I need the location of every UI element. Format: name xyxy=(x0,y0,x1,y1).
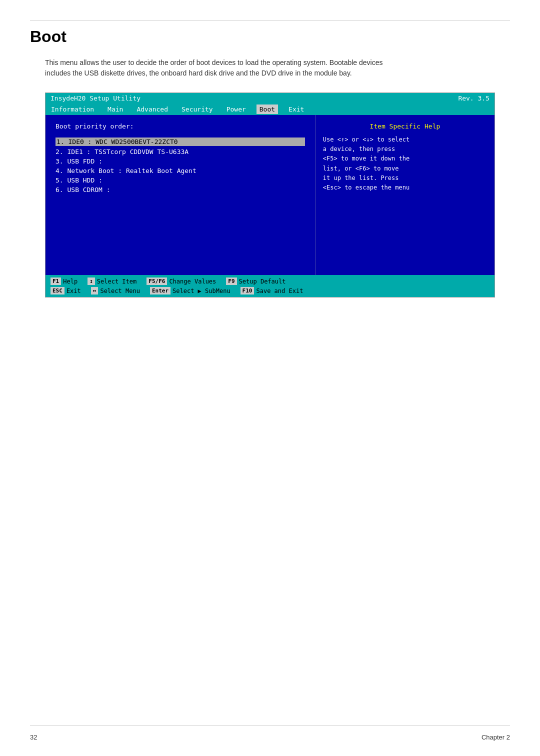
key-f10: F10 xyxy=(240,287,254,294)
nav-information[interactable]: Information xyxy=(48,104,97,114)
description-line1: This menu allows the user to decide the … xyxy=(45,58,383,66)
nav-main[interactable]: Main xyxy=(104,104,126,114)
key-f1: F1 xyxy=(50,278,61,285)
key-arrows: ↕ xyxy=(88,278,95,285)
footer-esc: ESC Exit xyxy=(50,287,81,294)
boot-item-3[interactable]: 4. Network Boot : Realtek Boot Agent xyxy=(56,167,305,174)
bios-footer: F1 Help ↕ Select Item F5/F6 Change Value… xyxy=(46,275,494,297)
bios-nav-bar: Information Main Advanced Security Power… xyxy=(46,104,494,115)
footer-f1: F1 Help xyxy=(50,278,78,285)
help-text: Use <↑> or <↓> to select a device, then … xyxy=(323,135,487,192)
chapter-label: Chapter 2 xyxy=(482,734,510,741)
footer-f10: F10 Save and Exit xyxy=(240,287,304,294)
boot-item-0[interactable]: 1. IDE0 : WDC WD2500BEVT-22ZCT0 xyxy=(56,138,305,146)
footer-arrows: ↕ Select Item xyxy=(88,278,136,285)
bios-title: InsydeH20 Setup Utility xyxy=(50,94,140,102)
label-select-submenu: Select ▶ SubMenu xyxy=(172,288,230,294)
nav-advanced[interactable]: Advanced xyxy=(134,104,171,114)
description: This menu allows the user to decide the … xyxy=(45,58,495,78)
footer-f9: F9 Setup Default xyxy=(226,278,286,285)
footer-enter: Enter Select ▶ SubMenu xyxy=(150,287,230,294)
nav-power[interactable]: Power xyxy=(224,104,249,114)
label-help: Help xyxy=(63,278,78,285)
boot-priority-label: Boot priority order: xyxy=(56,122,305,130)
nav-exit[interactable]: Exit xyxy=(286,104,307,114)
bios-main-content: Boot priority order: 1. IDE0 : WDC WD250… xyxy=(46,115,494,275)
label-select-item: Select Item xyxy=(97,278,136,285)
key-f5f6: F5/F6 xyxy=(146,278,167,285)
label-exit: Exit xyxy=(66,288,81,294)
label-select-menu: Select Menu xyxy=(100,288,140,294)
footer-row-1: F1 Help ↕ Select Item F5/F6 Change Value… xyxy=(50,276,490,286)
bios-right-panel: Item Specific Help Use <↑> or <↓> to sel… xyxy=(315,115,494,275)
bottom-border xyxy=(30,726,510,726)
boot-item-4[interactable]: 5. USB HDD : xyxy=(56,176,305,184)
label-save-exit: Save and Exit xyxy=(256,288,303,294)
footer-lr-arrows: ↔ Select Menu xyxy=(91,287,140,294)
page-number: 32 xyxy=(30,734,37,741)
page-title: Boot xyxy=(30,28,66,46)
boot-item-5[interactable]: 6. USB CDROM : xyxy=(56,186,305,194)
key-lr-arrows: ↔ xyxy=(91,287,98,294)
bios-title-bar: InsydeH20 Setup Utility Rev. 3.5 xyxy=(46,93,494,104)
top-border xyxy=(30,20,510,20)
key-f9: F9 xyxy=(226,278,236,285)
key-enter: Enter xyxy=(150,287,170,294)
bios-left-panel: Boot priority order: 1. IDE0 : WDC WD250… xyxy=(46,115,315,275)
footer-row-2: ESC Exit ↔ Select Menu Enter Select ▶ Su… xyxy=(50,286,490,296)
key-esc: ESC xyxy=(50,287,64,294)
nav-security[interactable]: Security xyxy=(178,104,216,114)
bios-container: InsydeH20 Setup Utility Rev. 3.5 Informa… xyxy=(45,92,495,298)
boot-item-2[interactable]: 3. USB FDD : xyxy=(56,158,305,165)
bios-version: Rev. 3.5 xyxy=(458,94,490,102)
label-setup-default: Setup Default xyxy=(239,278,286,285)
boot-item-1[interactable]: 2. IDE1 : TSSTcorp CDDVDW TS-U633A xyxy=(56,148,305,156)
footer-f5f6: F5/F6 Change Values xyxy=(146,278,216,285)
description-line2: includes the USB diskette drives, the on… xyxy=(45,69,352,77)
label-change-values: Change Values xyxy=(169,278,216,285)
help-title: Item Specific Help xyxy=(323,122,487,130)
nav-boot[interactable]: Boot xyxy=(256,104,278,114)
